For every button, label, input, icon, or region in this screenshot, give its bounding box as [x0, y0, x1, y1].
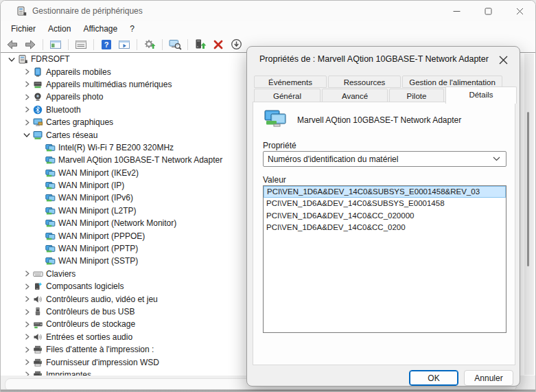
forward-icon[interactable]: [23, 38, 38, 51]
tree-item-label: Appareils multimédias numériques: [46, 80, 172, 89]
chevron-collapsed-icon[interactable]: [21, 91, 32, 102]
tree-item-label: Intel(R) Wi-Fi 7 BE200 320MHz: [58, 143, 174, 152]
tree-item-label: WAN Miniport (IPv6): [58, 193, 133, 203]
show-console-tree-icon[interactable]: [48, 38, 63, 51]
network-adapter-icon: [45, 205, 56, 216]
audio-controller-icon: [32, 294, 43, 304]
chevron-collapsed-icon[interactable]: [21, 117, 32, 128]
tab-ressources[interactable]: Ressources: [328, 76, 401, 88]
tab-details[interactable]: Détails: [445, 87, 517, 104]
network-category-icon: [32, 130, 43, 140]
menu-item-action[interactable]: Action: [42, 22, 77, 36]
tab-evenements[interactable]: Événements: [254, 76, 327, 88]
disable-device-icon[interactable]: [229, 38, 244, 51]
tree-item-label: Fournisseur d'impression WSD: [46, 358, 159, 367]
window-title: Gestionnaire de périphériques: [32, 6, 143, 16]
storage-controller-icon: [32, 319, 43, 330]
chevron-collapsed-icon[interactable]: [21, 104, 32, 115]
network-adapter-icon: [45, 193, 56, 203]
toolbar-separator: [187, 39, 188, 50]
chevron-collapsed-icon[interactable]: [21, 344, 32, 355]
tree-item-label: Contrôleurs audio, vidéo et jeu: [46, 295, 158, 304]
chevron-collapsed-icon[interactable]: [21, 357, 32, 368]
tree-item-label: Cartes réseau: [46, 130, 97, 140]
chevron-collapsed-icon[interactable]: [21, 294, 32, 305]
chevron-collapsed-icon[interactable]: [21, 67, 32, 78]
tree-item-label: Appareils photo: [46, 92, 103, 102]
uninstall-device-icon[interactable]: [211, 38, 226, 51]
menu-item-help[interactable]: ?: [124, 22, 141, 36]
network-adapter-icon: [45, 142, 56, 152]
tree-item-label: WAN Miniport (PPPOE): [58, 231, 145, 241]
window-controls: [441, 1, 535, 21]
tree-item-label: WAN Miniport (L2TP): [58, 206, 137, 216]
computer-icon: [17, 54, 28, 65]
computer-search-icon[interactable]: [167, 38, 183, 51]
toolbar-separator: [93, 39, 94, 50]
network-adapter-icon: [45, 155, 56, 165]
property-label: Propriété: [263, 141, 296, 150]
help-icon[interactable]: ?: [99, 38, 114, 51]
chevron-collapsed-icon[interactable]: [21, 332, 32, 343]
tree-item-label: Appareils mobiles: [46, 67, 111, 77]
minimize-button-icon[interactable]: [441, 1, 472, 21]
chevron-collapsed-icon[interactable]: [21, 369, 32, 376]
property-dropdown-value: Numéros d'identification du matériel: [268, 154, 493, 164]
title-bar: Gestionnaire de périphériques: [1, 1, 535, 21]
tree-item-label: Contrôleurs de stockage: [46, 319, 135, 329]
vertical-scrollbar[interactable]: [524, 54, 534, 375]
value-list-item[interactable]: PCI\VEN_1D6A&DEV_14C0&SUBSYS_E0001458&RE…: [264, 186, 506, 198]
toolbar-separator: [68, 39, 69, 50]
chevron-collapsed-icon[interactable]: [21, 79, 32, 90]
menu-item-fichier[interactable]: Fichier: [5, 22, 42, 36]
toolbar-separator: [43, 39, 43, 50]
details-tab-panel: Marvell AQtion 10GBASE-T Network Adapter…: [253, 102, 515, 365]
network-adapter-icon: [45, 218, 56, 229]
back-icon[interactable]: [5, 38, 20, 51]
scan-hardware-changes-icon[interactable]: [142, 38, 157, 51]
printer-icon: [32, 357, 43, 367]
tab-avance[interactable]: Avancé: [322, 89, 388, 102]
cancel-button[interactable]: Annuler: [464, 370, 513, 386]
value-listbox[interactable]: PCI\VEN_1D6A&DEV_14C0&SUBSYS_E0001458&RE…: [263, 185, 506, 333]
network-adapter-icon: [45, 244, 56, 254]
ok-button[interactable]: OK: [409, 370, 458, 386]
tree-item-label: FDRSOFT: [31, 54, 70, 64]
media-device-icon: [32, 79, 43, 89]
usb-controller-icon: [32, 307, 43, 317]
vertical-scrollbar-thumb[interactable]: [527, 112, 529, 266]
chevron-collapsed-icon[interactable]: [21, 306, 32, 317]
tree-item-label: Entrées et sorties audio: [46, 332, 132, 342]
property-dropdown[interactable]: Numéros d'identification du matériel: [263, 151, 506, 167]
value-list-item[interactable]: PCI\VEN_1D6A&DEV_14C0&CC_0200: [264, 222, 506, 233]
chevron-collapsed-icon[interactable]: [21, 281, 32, 292]
tree-item-label: Claviers: [46, 269, 75, 279]
network-adapter-icon: [45, 231, 56, 241]
close-button-icon[interactable]: [504, 1, 535, 21]
menu-item-affichage[interactable]: Affichage: [77, 22, 124, 36]
tree-item-label: WAN Miniport (IKEv2): [58, 168, 139, 178]
chevron-expanded-icon[interactable]: [21, 130, 32, 141]
dialog-close-icon[interactable]: [495, 51, 511, 68]
tree-item-label: Cartes graphiques: [46, 117, 113, 127]
tree-item-label: WAN Miniport (Network Monitor): [58, 218, 176, 228]
chevron-collapsed-icon[interactable]: [21, 268, 32, 279]
tree-item-label: Files d'attente à l'impression :: [46, 345, 154, 354]
tree-item-label: WAN Miniport (PPTP): [58, 244, 138, 253]
maximize-button-icon[interactable]: [472, 1, 504, 21]
update-driver-icon[interactable]: [193, 38, 208, 51]
tab-pilote[interactable]: Pilote: [389, 89, 444, 102]
chevron-expanded-icon[interactable]: [6, 54, 17, 65]
value-list-item[interactable]: PCI\VEN_1D6A&DEV_14C0&CC_020000: [264, 210, 506, 222]
properties-icon[interactable]: [73, 38, 89, 51]
mobile-device-icon: [32, 67, 43, 77]
export-list-icon[interactable]: [117, 38, 132, 51]
chevron-collapsed-icon[interactable]: [21, 319, 32, 330]
tree-item-label: Bluetooth: [46, 105, 81, 115]
toolbar-separator: [162, 39, 163, 50]
device-name: Marvell AQtion 10GBASE-T Network Adapter: [297, 115, 461, 125]
network-adapter-icon: [45, 256, 56, 266]
dialog-title: Propriétés de : Marvell AQtion 10GBASE-T…: [259, 54, 489, 64]
tab-general[interactable]: Général: [254, 89, 321, 102]
value-list-item[interactable]: PCI\VEN_1D6A&DEV_14C0&SUBSYS_E0001458: [264, 198, 506, 209]
